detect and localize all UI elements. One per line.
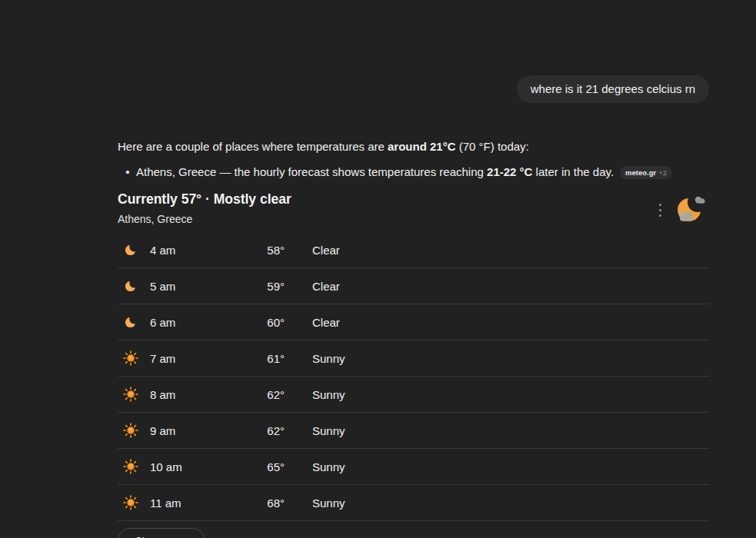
kebab-menu-icon[interactable] (654, 201, 665, 218)
hourly-condition: Sunny (285, 496, 709, 510)
citation-more-count: +2 (658, 164, 667, 181)
hourly-icon-cell (118, 278, 144, 294)
hourly-row: 8 am 62° Sunny (118, 377, 709, 413)
intro-bold: around 21°C (388, 140, 456, 153)
bullet-pre: Athens, Greece — the hourly forecast sho… (136, 165, 487, 178)
hourly-condition: Sunny (285, 388, 709, 401)
hourly-time: 5 am (144, 280, 258, 293)
weather-headline: Currently 57° · Mostly clear (118, 190, 709, 208)
sun-icon (122, 350, 139, 367)
intro-pre: Here are a couple of places where temper… (118, 140, 388, 153)
hourly-temp: 58° (258, 244, 285, 257)
hourly-condition: Sunny (285, 460, 709, 473)
hourly-time: 11 am (144, 496, 258, 510)
hourly-temp: 60° (258, 316, 285, 329)
sun-icon (122, 494, 139, 511)
hourly-icon-cell (118, 242, 144, 257)
weather-card-header: Currently 57° · Mostly clear Athens, Gre… (118, 190, 709, 227)
sun-icon (122, 458, 139, 475)
hourly-row: 6 am 60° Clear (118, 304, 709, 340)
hourly-forecast-table: 4 am 58° Clear (118, 232, 709, 521)
hourly-condition: Sunny (285, 352, 709, 365)
chat-window: where is it 21 degrees celcius rn Here a… (0, 0, 756, 538)
cloud-large (679, 211, 693, 221)
bullet-bold: 21-22 °C (487, 165, 532, 178)
hourly-row: 11 am 68° Sunny (118, 485, 709, 521)
hourly-row: 4 am 58° Clear (118, 232, 709, 268)
citation-pill[interactable]: meteo.gr+2 (620, 166, 672, 179)
citation-source: meteo.gr (625, 164, 656, 181)
chat-thread: where is it 21 degrees celcius rn Here a… (118, 0, 709, 538)
sun-icon (122, 422, 139, 439)
intro-post: (70 °F) today: (456, 140, 529, 153)
hourly-row: 7 am 61° Sunny (118, 340, 709, 377)
hourly-time: 4 am (144, 244, 258, 257)
hourly-condition: Sunny (285, 424, 709, 437)
moon-icon (123, 278, 138, 294)
bullet-post: later in the day. (532, 165, 614, 178)
hourly-icon-cell (118, 386, 144, 403)
hourly-row: 5 am 59° Clear (118, 268, 709, 304)
assistant-intro-text: Here are a couple of places where temper… (118, 138, 709, 154)
hourly-temp: 62° (258, 388, 285, 401)
hourly-time: 6 am (144, 316, 258, 329)
assistant-bullet-item: • Athens, Greece — the hourly forecast s… (118, 164, 709, 180)
hourly-row: 9 am 62° Sunny (118, 413, 709, 449)
hourly-icon-cell (118, 350, 144, 367)
hourly-temp: 68° (258, 496, 285, 510)
sun-icon (122, 386, 139, 403)
hourly-time: 10 am (144, 460, 258, 473)
hourly-time: 7 am (144, 352, 258, 365)
user-message-row: where is it 21 degrees celcius rn (118, 75, 709, 103)
show-more-button[interactable]: Show more (118, 528, 205, 538)
hourly-temp: 65° (258, 460, 285, 473)
user-message-bubble: where is it 21 degrees celcius rn (517, 75, 709, 103)
hourly-temp: 59° (258, 280, 285, 293)
hourly-time: 8 am (144, 388, 258, 401)
hourly-icon-cell (118, 458, 144, 475)
moon-icon (123, 242, 138, 257)
hourly-condition: Clear (285, 244, 709, 257)
hourly-row: 10 am 65° Sunny (118, 449, 709, 485)
weather-location: Athens, Greece (118, 212, 709, 227)
hourly-temp: 62° (258, 424, 285, 437)
moon-icon (123, 314, 138, 330)
bullet-marker: • (119, 164, 136, 180)
moon-with-clouds-icon (674, 191, 709, 225)
weather-card: Currently 57° · Mostly clear Athens, Gre… (118, 190, 709, 538)
hourly-condition: Clear (285, 280, 709, 293)
hourly-time: 9 am (144, 424, 258, 437)
hourly-temp: 61° (258, 352, 285, 365)
hourly-condition: Clear (285, 316, 709, 329)
hourly-icon-cell (118, 494, 144, 511)
bullet-text: Athens, Greece — the hourly forecast sho… (136, 164, 709, 180)
hourly-icon-cell (118, 422, 144, 439)
hourly-icon-cell (118, 314, 144, 330)
